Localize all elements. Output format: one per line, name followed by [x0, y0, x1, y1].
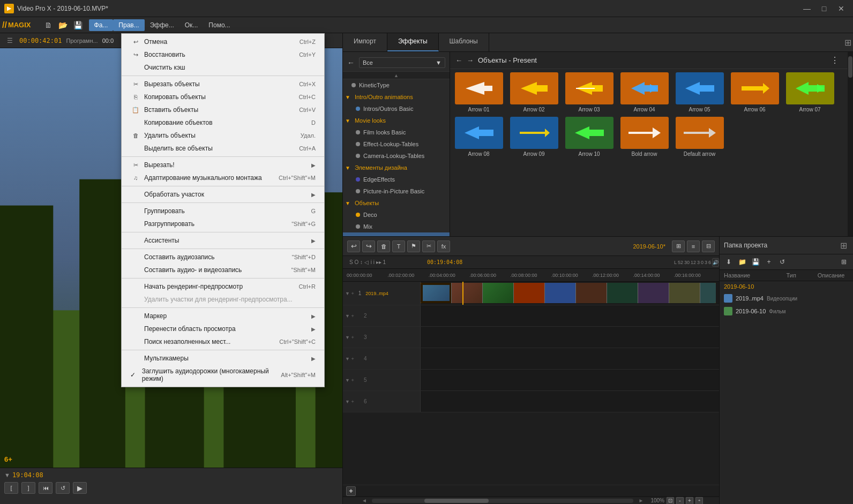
grid-view-button[interactable]: ⊞ [672, 240, 685, 252]
hscroll-track[interactable] [372, 499, 633, 503]
ctx-ungroup[interactable]: Разгруппировать "Shift"+G [122, 217, 324, 230]
tree-dropdown[interactable]: Все ▼ [359, 57, 445, 68]
loop-button[interactable]: ↺ [56, 482, 70, 494]
context-menu[interactable]: ↩ Отмена Ctrl+Z ↪ Восстановить Ctrl+Y Оч… [121, 33, 325, 387]
scroll-right-button[interactable]: ► [635, 497, 646, 505]
ctx-clear-cache[interactable]: Очистить кэш [122, 61, 324, 74]
redo-button[interactable]: ↪ [362, 240, 375, 252]
undo-button[interactable]: ↩ [347, 240, 360, 252]
ctx-undo[interactable]: ↩ Отмена Ctrl+Z [122, 35, 324, 48]
ctx-render-preview[interactable]: Начать рендеринг-предпросмотр Ctrl+R [122, 280, 324, 293]
tree-category-objects[interactable]: ▼ Объекты [343, 197, 450, 209]
tab-effects[interactable]: Эффекты [387, 33, 439, 51]
effects-menu-icon[interactable]: ⋮ [827, 55, 842, 65]
effect-arrow06[interactable]: Arrow 06 [729, 72, 780, 112]
effect-bold-arrow[interactable]: Bold arrow [619, 117, 670, 157]
tree-item-present[interactable]: Present [343, 232, 450, 236]
ctx-copy-objects[interactable]: ⎘ Копировать объекты Ctrl+C [122, 91, 324, 103]
ctx-music-adapt[interactable]: ♫ Адаптирование музыкального монтажа Ctr… [122, 171, 324, 184]
effects-nav-forward-button[interactable]: → [467, 56, 474, 64]
effects-panel-expand-icon[interactable]: ⊞ [842, 33, 853, 51]
marker-button[interactable]: ⚑ [407, 240, 420, 252]
project-file-row[interactable]: 2019..mp4 Видеоопции [720, 292, 853, 305]
ctx-paste-objects[interactable]: 📋 Вставить объекты Ctrl+V [122, 103, 324, 116]
menu-fa[interactable]: Фа... [89, 19, 114, 31]
save-icon[interactable]: 💾 [72, 19, 85, 32]
minimize-button[interactable]: — [799, 3, 814, 14]
tree-item-mix[interactable]: Mix [343, 221, 450, 232]
new-icon[interactable]: 🗎 [42, 19, 55, 32]
tree-item-deco[interactable]: Deco [343, 209, 450, 221]
zoom-out-button[interactable]: - [676, 497, 684, 505]
effect-arrow07[interactable]: Arrow 07 [784, 72, 835, 112]
close-button[interactable]: ✕ [834, 3, 849, 14]
hamburger-icon[interactable]: ☰ [4, 35, 15, 46]
maximize-button[interactable]: □ [817, 3, 832, 14]
add-track-button[interactable]: + [346, 486, 356, 496]
ctx-marker[interactable]: Маркер ▶ [122, 310, 324, 322]
tree-category-design[interactable]: ▼ Элементы дизайна [343, 162, 450, 174]
project-add-button[interactable]: + [763, 257, 775, 267]
tree-item-kinetictype[interactable]: KineticType [343, 79, 450, 91]
ctx-find-gaps[interactable]: Поиск незаполненных мест... Ctrl+"Shift"… [122, 335, 324, 348]
tree-item-effectlut[interactable]: Effect-Lookup-Tables [343, 138, 450, 150]
open-icon[interactable]: 📂 [57, 19, 70, 32]
ctx-cut-objects[interactable]: ✂ Вырезать объекты Ctrl+X [122, 78, 324, 91]
mark-out-button[interactable]: ] [21, 482, 35, 494]
zoom-in-button[interactable]: + [686, 497, 693, 505]
tree-back-button[interactable]: ← [347, 58, 355, 67]
list-view-button[interactable]: ≡ [687, 240, 700, 252]
delete-button[interactable]: 🗑 [377, 240, 390, 252]
project-panel-expand-icon[interactable]: ⊞ [838, 240, 849, 251]
play-button[interactable]: ▶ [73, 482, 87, 494]
project-grid-view-button[interactable]: ⊞ [838, 257, 850, 267]
project-save-button[interactable]: 💾 [750, 257, 761, 267]
ctx-compose-av[interactable]: Составить аудио- и видеозапись "Shift"+M [122, 264, 324, 276]
effects-button[interactable]: fx [437, 240, 450, 252]
ctx-select-all[interactable]: Выделить все объекты Ctrl+A [122, 142, 324, 155]
effect-arrow05[interactable]: Arrow 05 [674, 72, 725, 112]
timeline-plus-button[interactable]: + [695, 497, 703, 505]
effects-nav-back-button[interactable]: ← [455, 56, 462, 64]
tree-category-intro[interactable]: ▼ Intro/Outro animations [343, 91, 450, 103]
effect-arrow08[interactable]: Arrow 08 [453, 117, 504, 157]
project-folder-button[interactable]: 📁 [736, 257, 748, 267]
effect-arrow03[interactable]: Arrow 03 [564, 72, 615, 112]
menu-effe[interactable]: Эффе... [145, 19, 179, 31]
tab-import[interactable]: Импорт [343, 33, 387, 51]
effect-arrow10[interactable]: Arrow 10 [564, 117, 615, 157]
scroll-left-button[interactable]: ◄ [359, 497, 370, 505]
tree-item-filmlooks[interactable]: Film looks Basic [343, 126, 450, 138]
effect-arrow04[interactable]: Arrow 04 [619, 72, 670, 112]
effect-arrow01[interactable]: Arrow 01 [453, 72, 504, 112]
tree-category-movie[interactable]: ▼ Movie looks [343, 115, 450, 126]
ctx-group[interactable]: Группировать G [122, 205, 324, 217]
tree-scroll-up[interactable]: ▲ [343, 72, 450, 79]
tree-item-edgeeffects[interactable]: EdgeEffects [343, 174, 450, 185]
project-film-row[interactable]: 2019-06-10 Фильм [720, 305, 853, 318]
ctx-delete-objects[interactable]: 🗑 Удалить объекты Удал. [122, 129, 324, 142]
ctx-multicam[interactable]: Мультикамеры ▶ [122, 352, 324, 365]
tree-item-intros[interactable]: Intros/Outros Basic [343, 103, 450, 115]
ctx-process-segment[interactable]: Обработать участок ▶ [122, 188, 324, 201]
prev-frame-button[interactable]: ⏮ [39, 482, 53, 494]
ctx-compose-audio[interactable]: Составить аудиозапись "Shift"+D [122, 251, 324, 264]
ctx-redo[interactable]: ↪ Восстановить Ctrl+Y [122, 48, 324, 61]
ctx-copy-objects2[interactable]: Копирование объектов D [122, 116, 324, 129]
ctx-mute-audio[interactable]: ✓ Заглушить аудиодорожки (многокамерный … [122, 365, 324, 385]
effect-default-arrow[interactable]: Default arrow [674, 117, 725, 157]
effects-vertical-scrollbar[interactable] [848, 52, 853, 236]
project-refresh-button[interactable]: ↺ [776, 257, 788, 267]
ctx-trim[interactable]: ✂ Вырезать! ▶ [122, 159, 324, 171]
project-folder-row[interactable]: 2019-06-10 [720, 281, 853, 292]
tree-item-cameralut[interactable]: Camera-Lookup-Tables [343, 150, 450, 162]
project-download-button[interactable]: ⬇ [723, 257, 735, 267]
menu-help[interactable]: Помо... [203, 19, 235, 31]
tab-templates[interactable]: Шаблоны [439, 33, 489, 51]
video-clip-1[interactable] [421, 283, 716, 303]
tree-item-pip[interactable]: Picture-in-Picture Basic [343, 185, 450, 197]
text-button[interactable]: T [392, 240, 405, 252]
compact-view-button[interactable]: ⊟ [702, 240, 715, 252]
ctx-move-view[interactable]: Перенести область просмотра ▶ [122, 322, 324, 335]
trim-button[interactable]: ✂ [422, 240, 435, 252]
